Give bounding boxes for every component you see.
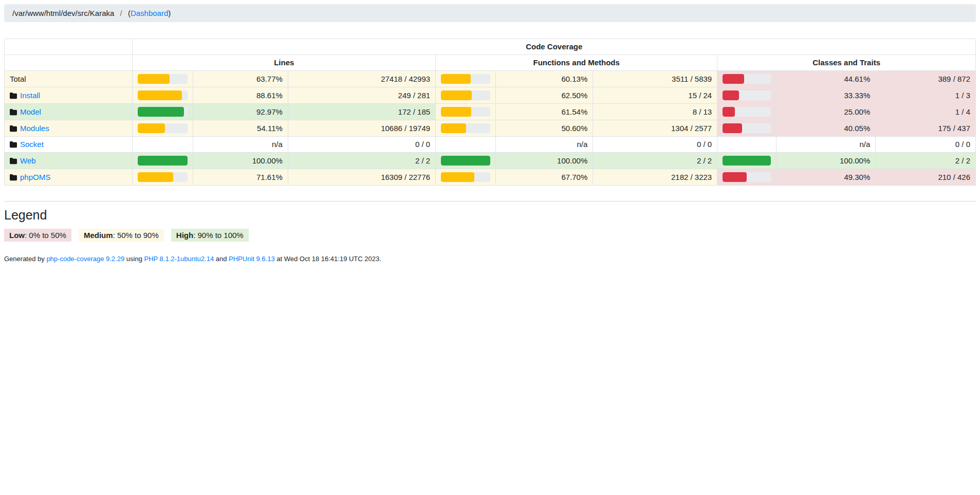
item-name-cell: Model: [5, 104, 133, 120]
breadcrumb-separator: /: [120, 9, 122, 17]
classes-bar-cell: [717, 153, 776, 169]
lines-fraction: 16309 / 22776: [288, 169, 435, 186]
breadcrumb-path: /var/www/html/dev/src/Karaka: [12, 9, 114, 17]
coverage-table-body: Total63.77%27418 / 4299360.13%3511 / 583…: [5, 71, 976, 186]
folder-icon: [10, 141, 17, 148]
directory-link[interactable]: Install: [20, 91, 40, 100]
lines-bar-cell: [133, 104, 193, 120]
directory-link[interactable]: Socket: [20, 140, 44, 149]
table-row: Socketn/a0 / 0n/a0 / 0n/a0 / 0: [5, 137, 976, 153]
group-header-functions: Functions and Methods: [436, 55, 717, 71]
empty-header-cell: [5, 39, 133, 55]
lines-percent: 63.77%: [193, 71, 288, 87]
classes-bar-cell: [717, 137, 776, 153]
lines-fraction: 2 / 2: [288, 153, 435, 169]
footer-text: using: [124, 255, 144, 263]
lines-progress-track: [138, 172, 187, 182]
lines-progress-track: [138, 156, 187, 166]
lines-percent: 71.61%: [193, 169, 288, 186]
legend-item-range: : 50% to 90%: [113, 231, 159, 240]
functions-progress-fill: [441, 90, 472, 100]
functions-bar-cell: [436, 169, 496, 186]
php-version-link[interactable]: PHP 8.1.2-1ubuntu2.14: [144, 255, 214, 263]
lines-bar-cell: [133, 137, 193, 153]
lines-fraction: 27418 / 42993: [288, 71, 435, 87]
classes-bar-cell: [717, 87, 776, 104]
legend-heading: Legend: [4, 208, 976, 223]
classes-bar-cell: [717, 71, 776, 87]
classes-percent: 25.00%: [776, 104, 876, 120]
phpunit-link[interactable]: PHPUnit 9.6.13: [229, 255, 275, 263]
lines-bar-cell: [133, 120, 193, 137]
folder-icon: [10, 157, 17, 164]
dashboard-link[interactable]: Dashboard: [131, 9, 168, 17]
classes-fraction: 1 / 4: [876, 104, 976, 120]
lines-fraction: 172 / 185: [288, 104, 435, 120]
lines-bar-cell: [133, 71, 193, 87]
item-name-cell: Web: [5, 153, 133, 169]
functions-fraction: 2182 / 3223: [593, 169, 717, 186]
functions-percent: 67.70%: [496, 169, 593, 186]
functions-progress-fill: [441, 172, 474, 182]
functions-fraction: 0 / 0: [593, 137, 717, 153]
lines-progress-track: [138, 107, 187, 117]
lines-bar-cell: [133, 153, 193, 169]
divider: [4, 201, 976, 201]
functions-percent: 50.60%: [496, 120, 593, 137]
item-name-cell: phpOMS: [5, 169, 133, 186]
total-label: Total: [10, 75, 26, 83]
classes-progress-fill: [723, 123, 742, 133]
classes-progress-track: [723, 123, 771, 133]
lines-progress-fill: [138, 123, 164, 133]
generated-footer: Generated by php-code-coverage 9.2.29 us…: [4, 255, 976, 263]
functions-percent: n/a: [496, 137, 593, 153]
item-name-cell: Modules: [5, 120, 133, 137]
functions-progress-track: [441, 107, 490, 117]
folder-icon: [10, 92, 17, 99]
table-title: Code Coverage: [133, 39, 976, 55]
table-row: Modules54.11%10686 / 1974950.60%1304 / 2…: [5, 120, 976, 137]
lines-percent: 100.00%: [193, 153, 288, 169]
legend-item-medium: Medium: 50% to 90%: [79, 229, 164, 242]
table-row: Web100.00%2 / 2100.00%2 / 2100.00%2 / 2: [5, 153, 976, 169]
classes-progress-fill: [723, 156, 771, 166]
item-name-cell: Socket: [5, 137, 133, 153]
lines-fraction: 249 / 281: [288, 87, 435, 104]
classes-percent: 44.61%: [776, 71, 876, 87]
directory-link[interactable]: Web: [20, 156, 36, 165]
functions-progress-fill: [441, 156, 490, 166]
legend-item-label: Medium: [84, 231, 113, 240]
lines-progress-fill: [138, 74, 169, 84]
empty-header-cell: [5, 55, 133, 71]
classes-bar-cell: [717, 104, 776, 120]
functions-bar-cell: [436, 87, 496, 104]
classes-progress-fill: [723, 90, 738, 100]
functions-fraction: 3511 / 5839: [593, 71, 717, 87]
classes-progress-track: [723, 156, 771, 166]
directory-link[interactable]: Model: [20, 107, 41, 116]
directory-link[interactable]: Modules: [20, 124, 49, 133]
functions-progress-track: [441, 156, 490, 166]
lines-fraction: 10686 / 19749: [288, 120, 435, 137]
classes-progress-track: [723, 107, 771, 117]
classes-progress-fill: [723, 107, 735, 117]
table-row: Total63.77%27418 / 4299360.13%3511 / 583…: [5, 71, 976, 87]
coverage-table: Code Coverage Lines Functions and Method…: [4, 39, 976, 186]
classes-progress-fill: [723, 172, 746, 182]
legend-item-high: High: 90% to 100%: [171, 229, 249, 242]
classes-progress-track: [723, 74, 771, 84]
lines-percent: 88.61%: [193, 87, 288, 104]
footer-text: and: [214, 255, 229, 263]
functions-progress-track: [441, 90, 490, 100]
functions-bar-cell: [436, 71, 496, 87]
php-code-coverage-link[interactable]: php-code-coverage 9.2.29: [46, 255, 124, 263]
functions-fraction: 1304 / 2577: [593, 120, 717, 137]
lines-progress-fill: [138, 90, 181, 100]
classes-fraction: 389 / 872: [876, 71, 976, 87]
directory-link[interactable]: phpOMS: [20, 173, 50, 181]
folder-icon: [10, 108, 17, 116]
lines-percent: n/a: [193, 137, 288, 153]
breadcrumb-paren-close: ): [168, 9, 171, 17]
functions-bar-cell: [436, 137, 496, 153]
table-group-header-row: Lines Functions and Methods Classes and …: [5, 55, 976, 71]
